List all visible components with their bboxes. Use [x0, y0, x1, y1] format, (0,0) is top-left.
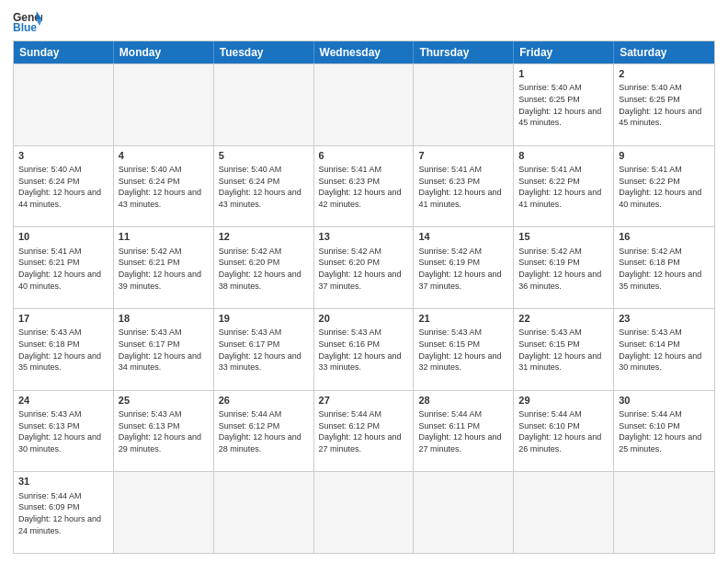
- day-number: 2: [619, 67, 710, 81]
- calendar-cell: 19Sunrise: 5:43 AMSunset: 6:17 PMDayligh…: [214, 309, 314, 390]
- calendar-cell: 6Sunrise: 5:41 AMSunset: 6:23 PMDaylight…: [314, 146, 415, 227]
- calendar-body: 1Sunrise: 5:40 AMSunset: 6:25 PMDaylight…: [14, 63, 714, 553]
- calendar-cell: [514, 472, 614, 553]
- calendar-cell: 23Sunrise: 5:43 AMSunset: 6:14 PMDayligh…: [614, 309, 714, 390]
- cell-sun-info: Sunrise: 5:44 AMSunset: 6:10 PMDaylight:…: [619, 408, 710, 454]
- cell-sun-info: Sunrise: 5:41 AMSunset: 6:22 PMDaylight:…: [619, 164, 710, 210]
- calendar-row-3: 17Sunrise: 5:43 AMSunset: 6:18 PMDayligh…: [14, 308, 714, 390]
- calendar-cell: 15Sunrise: 5:42 AMSunset: 6:19 PMDayligh…: [514, 227, 614, 308]
- day-header-tuesday: Tuesday: [214, 41, 314, 63]
- cell-sun-info: Sunrise: 5:44 AMSunset: 6:12 PMDaylight:…: [319, 408, 409, 454]
- calendar-cell: 8Sunrise: 5:41 AMSunset: 6:22 PMDaylight…: [514, 146, 614, 227]
- cell-sun-info: Sunrise: 5:42 AMSunset: 6:20 PMDaylight:…: [219, 246, 309, 292]
- day-number: 28: [418, 394, 508, 408]
- day-number: 31: [18, 475, 108, 488]
- cell-sun-info: Sunrise: 5:43 AMSunset: 6:14 PMDaylight:…: [619, 327, 710, 373]
- day-number: 29: [518, 394, 609, 408]
- cell-sun-info: Sunrise: 5:40 AMSunset: 6:24 PMDaylight:…: [219, 164, 309, 210]
- day-number: 17: [18, 312, 108, 326]
- day-number: 15: [518, 230, 609, 244]
- calendar-cell: 14Sunrise: 5:42 AMSunset: 6:19 PMDayligh…: [414, 227, 514, 308]
- day-number: 23: [619, 312, 710, 326]
- calendar-cell: [414, 64, 514, 145]
- day-number: 1: [518, 67, 609, 81]
- day-header-wednesday: Wednesday: [314, 41, 415, 63]
- calendar: SundayMondayTuesdayWednesdayThursdayFrid…: [13, 40, 715, 554]
- cell-sun-info: Sunrise: 5:44 AMSunset: 6:10 PMDaylight:…: [518, 408, 609, 454]
- day-number: 20: [319, 312, 409, 326]
- calendar-row-0: 1Sunrise: 5:40 AMSunset: 6:25 PMDaylight…: [14, 63, 714, 145]
- calendar-row-1: 3Sunrise: 5:40 AMSunset: 6:24 PMDaylight…: [14, 145, 714, 227]
- calendar-cell: [114, 472, 214, 553]
- page: General Blue SundayMondayTuesdayWednesda…: [0, 0, 728, 563]
- generalblue-logo-icon: General Blue: [13, 9, 42, 35]
- cell-sun-info: Sunrise: 5:44 AMSunset: 6:09 PMDaylight:…: [18, 490, 108, 536]
- calendar-cell: [414, 472, 514, 553]
- calendar-cell: 2Sunrise: 5:40 AMSunset: 6:25 PMDaylight…: [614, 64, 714, 145]
- calendar-cell: 17Sunrise: 5:43 AMSunset: 6:18 PMDayligh…: [14, 309, 114, 390]
- cell-sun-info: Sunrise: 5:42 AMSunset: 6:19 PMDaylight:…: [418, 246, 508, 292]
- calendar-header: SundayMondayTuesdayWednesdayThursdayFrid…: [14, 41, 714, 63]
- cell-sun-info: Sunrise: 5:40 AMSunset: 6:25 PMDaylight:…: [518, 82, 609, 128]
- calendar-cell: 12Sunrise: 5:42 AMSunset: 6:20 PMDayligh…: [214, 227, 314, 308]
- cell-sun-info: Sunrise: 5:40 AMSunset: 6:25 PMDaylight:…: [619, 82, 710, 128]
- day-header-thursday: Thursday: [414, 41, 514, 63]
- day-number: 30: [619, 394, 710, 408]
- cell-sun-info: Sunrise: 5:43 AMSunset: 6:18 PMDaylight:…: [18, 327, 108, 373]
- calendar-row-5: 31Sunrise: 5:44 AMSunset: 6:09 PMDayligh…: [14, 471, 714, 553]
- day-number: 19: [219, 312, 309, 326]
- calendar-cell: 25Sunrise: 5:43 AMSunset: 6:13 PMDayligh…: [114, 391, 214, 472]
- calendar-cell: 1Sunrise: 5:40 AMSunset: 6:25 PMDaylight…: [514, 64, 614, 145]
- day-number: 12: [219, 230, 309, 244]
- day-number: 6: [319, 149, 409, 163]
- cell-sun-info: Sunrise: 5:43 AMSunset: 6:15 PMDaylight:…: [518, 327, 609, 373]
- svg-text:Blue: Blue: [13, 21, 37, 34]
- calendar-cell: 24Sunrise: 5:43 AMSunset: 6:13 PMDayligh…: [14, 391, 114, 472]
- calendar-cell: 29Sunrise: 5:44 AMSunset: 6:10 PMDayligh…: [514, 391, 614, 472]
- day-header-monday: Monday: [114, 41, 214, 63]
- cell-sun-info: Sunrise: 5:41 AMSunset: 6:21 PMDaylight:…: [18, 246, 108, 292]
- cell-sun-info: Sunrise: 5:41 AMSunset: 6:23 PMDaylight:…: [319, 164, 409, 210]
- calendar-cell: 11Sunrise: 5:42 AMSunset: 6:21 PMDayligh…: [114, 227, 214, 308]
- calendar-cell: 13Sunrise: 5:42 AMSunset: 6:20 PMDayligh…: [314, 227, 415, 308]
- cell-sun-info: Sunrise: 5:41 AMSunset: 6:23 PMDaylight:…: [418, 164, 508, 210]
- day-number: 26: [219, 394, 309, 408]
- cell-sun-info: Sunrise: 5:42 AMSunset: 6:18 PMDaylight:…: [619, 246, 710, 292]
- cell-sun-info: Sunrise: 5:43 AMSunset: 6:13 PMDaylight:…: [119, 408, 209, 454]
- cell-sun-info: Sunrise: 5:40 AMSunset: 6:24 PMDaylight:…: [18, 164, 108, 210]
- day-number: 27: [319, 394, 409, 408]
- calendar-cell: 22Sunrise: 5:43 AMSunset: 6:15 PMDayligh…: [514, 309, 614, 390]
- calendar-cell: [314, 472, 415, 553]
- calendar-cell: 3Sunrise: 5:40 AMSunset: 6:24 PMDaylight…: [14, 146, 114, 227]
- day-number: 11: [119, 230, 209, 244]
- cell-sun-info: Sunrise: 5:43 AMSunset: 6:16 PMDaylight:…: [319, 327, 409, 373]
- cell-sun-info: Sunrise: 5:42 AMSunset: 6:21 PMDaylight:…: [119, 246, 209, 292]
- calendar-cell: 20Sunrise: 5:43 AMSunset: 6:16 PMDayligh…: [314, 309, 415, 390]
- calendar-cell: [314, 64, 415, 145]
- cell-sun-info: Sunrise: 5:41 AMSunset: 6:22 PMDaylight:…: [518, 164, 609, 210]
- calendar-cell: 10Sunrise: 5:41 AMSunset: 6:21 PMDayligh…: [14, 227, 114, 308]
- day-number: 16: [619, 230, 710, 244]
- logo: General Blue: [13, 9, 42, 35]
- day-header-friday: Friday: [514, 41, 614, 63]
- calendar-row-2: 10Sunrise: 5:41 AMSunset: 6:21 PMDayligh…: [14, 226, 714, 308]
- calendar-cell: 30Sunrise: 5:44 AMSunset: 6:10 PMDayligh…: [614, 391, 714, 472]
- cell-sun-info: Sunrise: 5:43 AMSunset: 6:17 PMDaylight:…: [119, 327, 209, 373]
- day-number: 9: [619, 149, 710, 163]
- day-number: 22: [518, 312, 609, 326]
- calendar-cell: [614, 472, 714, 553]
- calendar-cell: 7Sunrise: 5:41 AMSunset: 6:23 PMDaylight…: [414, 146, 514, 227]
- day-number: 10: [18, 230, 108, 244]
- calendar-cell: [214, 64, 314, 145]
- day-number: 18: [119, 312, 209, 326]
- header: General Blue: [13, 9, 715, 35]
- calendar-cell: 16Sunrise: 5:42 AMSunset: 6:18 PMDayligh…: [614, 227, 714, 308]
- day-header-sunday: Sunday: [14, 41, 114, 63]
- day-number: 5: [219, 149, 309, 163]
- calendar-cell: 9Sunrise: 5:41 AMSunset: 6:22 PMDaylight…: [614, 146, 714, 227]
- calendar-cell: 31Sunrise: 5:44 AMSunset: 6:09 PMDayligh…: [14, 472, 114, 553]
- calendar-cell: [214, 472, 314, 553]
- cell-sun-info: Sunrise: 5:40 AMSunset: 6:24 PMDaylight:…: [119, 164, 209, 210]
- cell-sun-info: Sunrise: 5:42 AMSunset: 6:20 PMDaylight:…: [319, 246, 409, 292]
- day-header-saturday: Saturday: [614, 41, 714, 63]
